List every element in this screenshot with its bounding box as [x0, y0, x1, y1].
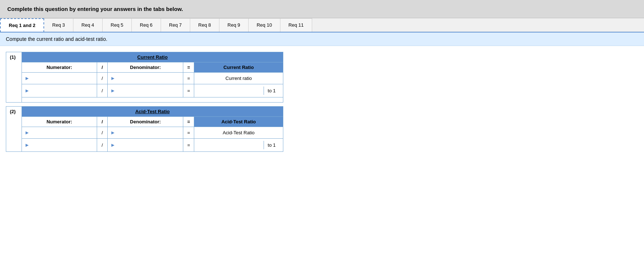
current-numerator-1-cell: ▶: [22, 73, 97, 84]
acid-denominator-1-cell: ▶: [108, 127, 183, 139]
header-text: Complete this question by entering your …: [7, 6, 183, 12]
section1-label: (1): [6, 52, 22, 103]
page-header: Complete this question by entering your …: [0, 0, 644, 18]
current-ratio-row1: ▶ / ▶ = Current ratio: [6, 73, 283, 84]
arrow-icon-2: ▶: [111, 76, 114, 81]
acid-test-title-row: (2) Acid-Test Ratio: [6, 107, 283, 117]
acid-denominator-1-input[interactable]: [115, 129, 179, 136]
tab-req-11[interactable]: Req 11: [280, 18, 312, 32]
denominator-header: Denominator:: [108, 62, 183, 73]
result-header: Current Ratio: [194, 62, 283, 73]
current-ratio-title-row: (1) Current Ratio: [6, 52, 283, 62]
arrow-icon-4: ▶: [111, 88, 114, 93]
content-area: (1) Current Ratio Numerator: / Denominat…: [0, 46, 644, 161]
tab-req-10[interactable]: Req 10: [249, 18, 280, 32]
current-denominator-2-input[interactable]: [115, 87, 179, 94]
current-denominator-2-cell: ▶: [108, 84, 183, 97]
equals-2: =: [183, 84, 194, 97]
arrow-icon-6: ▶: [111, 130, 114, 135]
current-ratio-row2: ▶ / ▶ = to 1: [6, 84, 283, 97]
acid-test-header-row: Numerator: / Denominator: = Acid-Test Ra…: [6, 117, 283, 127]
acid-denominator-2-cell: ▶: [108, 139, 183, 152]
arrow-icon-8: ▶: [111, 143, 114, 147]
current-ratio-spacer: [6, 97, 283, 103]
current-result-2-suffix: to 1: [264, 86, 279, 95]
arrow-icon-3: ▶: [26, 88, 28, 93]
acid-operator-header: /: [97, 117, 107, 127]
acid-numerator-2-input[interactable]: [29, 142, 93, 149]
instruction-text: Compute the current ratio and acid-test …: [6, 36, 107, 42]
arrow-icon-7: ▶: [26, 143, 28, 147]
current-numerator-1-input[interactable]: [29, 75, 93, 82]
current-spacer-cell: [22, 97, 283, 103]
operator-header: /: [97, 62, 107, 73]
acid-numerator-header: Numerator:: [22, 117, 97, 127]
acid-numerator-1-input[interactable]: [29, 129, 93, 136]
acid-result-2-suffix: to 1: [264, 141, 279, 149]
numerator-header: Numerator:: [22, 62, 97, 73]
instruction-bar: Compute the current ratio and acid-test …: [0, 32, 644, 46]
current-result-2-cell: to 1: [194, 84, 283, 97]
current-ratio-header-row: Numerator: / Denominator: = Current Rati…: [6, 62, 283, 73]
arrow-icon-5: ▶: [26, 130, 28, 135]
acid-result-2-input[interactable]: [198, 141, 264, 149]
acid-result-1: Acid-Test Ratio: [194, 127, 283, 139]
acid-test-row1: ▶ / ▶ = Acid-Test Ratio: [6, 127, 283, 139]
equals-header: =: [183, 62, 194, 73]
op-slash-1: /: [97, 73, 107, 84]
current-ratio-title: Current Ratio: [22, 52, 283, 62]
acid-numerator-1-cell: ▶: [22, 127, 97, 139]
acid-result-header: Acid-Test Ratio: [194, 117, 283, 127]
current-ratio-table: (1) Current Ratio Numerator: / Denominat…: [6, 52, 283, 103]
acid-result-2-cell: to 1: [194, 139, 283, 152]
tabs-bar: Req 1 and 2 Req 3 Req 4 Req 5 Req 6 Req …: [0, 18, 644, 32]
tab-req-8[interactable]: Req 8: [190, 18, 219, 32]
acid-denominator-header: Denominator:: [108, 117, 183, 127]
acid-equals-2: =: [183, 139, 194, 152]
tab-req-1-2[interactable]: Req 1 and 2: [0, 18, 44, 32]
current-numerator-2-input[interactable]: [29, 87, 93, 94]
acid-equals-header: =: [183, 117, 194, 127]
acid-test-row2: ▶ / ▶ = to 1: [6, 139, 283, 152]
tab-req-5[interactable]: Req 5: [103, 18, 132, 32]
acid-denominator-2-input[interactable]: [115, 142, 179, 149]
current-denominator-1-cell: ▶: [108, 73, 183, 84]
current-result-2-input[interactable]: [198, 86, 264, 95]
acid-test-title: Acid-Test Ratio: [22, 107, 283, 117]
acid-op-slash-2: /: [97, 139, 107, 152]
tab-req-6[interactable]: Req 6: [132, 18, 161, 32]
arrow-icon-1: ▶: [26, 76, 28, 81]
acid-equals-1: =: [183, 127, 194, 139]
current-result-1: Current ratio: [194, 73, 283, 84]
op-slash-2: /: [97, 84, 107, 97]
acid-numerator-2-cell: ▶: [22, 139, 97, 152]
current-numerator-2-cell: ▶: [22, 84, 97, 97]
tab-req-7[interactable]: Req 7: [161, 18, 190, 32]
section2-label: (2): [6, 107, 22, 152]
tab-req-3[interactable]: Req 3: [44, 18, 73, 32]
tab-req-9[interactable]: Req 9: [219, 18, 249, 32]
acid-op-slash-1: /: [97, 127, 107, 139]
equals-1: =: [183, 73, 194, 84]
current-denominator-1-input[interactable]: [115, 75, 179, 82]
acid-test-ratio-table: (2) Acid-Test Ratio Numerator: / Denomin…: [6, 106, 283, 152]
tab-req-4[interactable]: Req 4: [73, 18, 103, 32]
